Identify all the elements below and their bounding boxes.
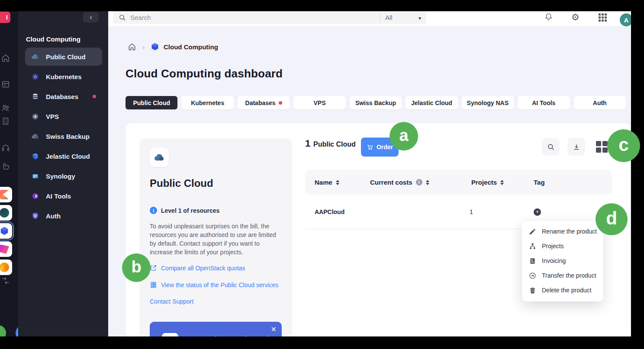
link-service-status[interactable]: View the status of the Public Cloud serv… <box>150 281 278 288</box>
building-icon[interactable] <box>1 116 10 126</box>
app-window: I <box>0 0 644 349</box>
menu-item-projects[interactable]: Projects <box>522 239 603 253</box>
app-kmail[interactable] <box>0 259 12 275</box>
link-contact-support[interactable]: Contact Support <box>150 298 193 305</box>
tab-kubernetes[interactable]: Kubernetes <box>181 96 233 109</box>
tab-synology-nas[interactable]: Synology NAS <box>462 96 514 109</box>
breadcrumb-current[interactable]: Cloud Computing <box>164 43 218 51</box>
sidebar-item-ai-tools[interactable]: AI Tools <box>25 187 102 205</box>
sort-icon <box>426 180 429 185</box>
column-current-costs[interactable]: Current costs <box>370 170 429 195</box>
sidebar-item-auth[interactable]: Auth <box>25 207 102 225</box>
column-name[interactable]: Name <box>315 170 339 195</box>
table-search-button[interactable] <box>542 138 560 156</box>
breadcrumb-home-icon[interactable] <box>128 42 136 51</box>
menu-item-rename[interactable]: Rename the product <box>522 224 603 239</box>
download-button[interactable] <box>567 138 585 156</box>
layout-grid-icon[interactable] <box>596 141 608 153</box>
product-count-label: Public Cloud <box>313 141 356 148</box>
kdrive-icon <box>0 208 9 218</box>
column-projects[interactable]: Projects <box>471 170 504 195</box>
tab-jelastic-cloud[interactable]: Jelastic Cloud <box>406 96 457 109</box>
annotation-a: a <box>390 122 418 150</box>
menu-item-delete[interactable]: Delete the product <box>522 283 603 298</box>
org-chart-icon <box>529 243 536 250</box>
search-input[interactable] <box>130 14 312 21</box>
invoice-icon: $ <box>529 257 536 265</box>
headset-icon[interactable] <box>1 143 10 153</box>
apps-grid-icon[interactable] <box>599 13 607 22</box>
breadcrumb-chevron-icon: › <box>142 43 145 51</box>
menu-item-transfer[interactable]: Transfer the product <box>522 268 603 283</box>
tab-auth[interactable]: Auth <box>574 96 626 109</box>
cloud-cube-icon <box>0 226 9 236</box>
jelastic-cloud-icon <box>31 152 39 160</box>
close-icon[interactable] <box>271 325 277 333</box>
ai-tools-icon <box>31 192 39 200</box>
product-count: 1 <box>305 138 310 149</box>
trash-icon <box>529 287 536 294</box>
status-list-icon <box>150 281 157 288</box>
switch-product-icon[interactable] <box>1 276 10 285</box>
global-search: All <box>113 11 426 24</box>
link-compare-quotas[interactable]: Compare all OpenStack quotas <box>150 264 245 272</box>
synology-icon <box>31 172 39 180</box>
vps-icon <box>31 112 39 121</box>
sidebar-item-databases[interactable]: Databases <box>25 87 102 106</box>
sidebar-item-kubernetes[interactable]: Kubernetes <box>25 67 102 86</box>
page-title: Cloud Computing dashboard <box>126 67 283 80</box>
databases-icon <box>31 93 39 101</box>
column-tag: Tag <box>534 170 545 195</box>
info-icon <box>150 207 157 214</box>
dashboard-card: Public Cloud Level 1 of resources To avo… <box>126 123 630 349</box>
settings-gear-icon[interactable] <box>571 13 580 22</box>
tab-vps[interactable]: VPS <box>293 96 345 109</box>
cloud-computing-cube-icon <box>151 42 159 51</box>
sidebar-item-synology[interactable]: Synology <box>25 167 102 185</box>
pencil-icon <box>529 228 536 235</box>
row-projects: 1 <box>470 195 473 229</box>
app-kchat[interactable] <box>0 241 12 257</box>
search-icon <box>547 143 555 151</box>
public-cloud-info-panel: Public Cloud Level 1 of resources To avo… <box>139 138 292 349</box>
sort-icon <box>336 180 339 185</box>
frame-top <box>0 0 644 11</box>
sidebar-title: Cloud Computing <box>26 35 80 43</box>
app-cloud-computing[interactable] <box>0 223 12 239</box>
sidebar-item-public-cloud[interactable]: Public Cloud <box>25 48 102 66</box>
download-icon <box>573 143 580 151</box>
app-kdrive[interactable] <box>0 205 12 221</box>
public-cloud-app-icon <box>150 148 169 167</box>
tab-public-cloud[interactable]: Public Cloud <box>126 96 177 109</box>
collapse-sidebar-button[interactable] <box>83 12 99 22</box>
sidebar-item-swiss-backup[interactable]: Swiss Backup <box>25 127 102 145</box>
breadcrumb: › Cloud Computing <box>128 42 218 51</box>
users-icon[interactable] <box>1 103 10 113</box>
tab-databases[interactable]: Databases <box>238 96 290 109</box>
menu-item-invoicing[interactable]: $ Invoicing <box>522 253 603 268</box>
search-icon <box>119 14 126 21</box>
notifications-bell-icon[interactable] <box>544 13 553 22</box>
row-context-menu: Rename the product Projects $ Invoicing <box>522 221 603 301</box>
annotation-b: b <box>122 253 151 282</box>
add-tag-icon[interactable] <box>534 208 541 216</box>
alert-dot <box>279 101 282 105</box>
app-ksuite[interactable] <box>0 187 12 202</box>
brand-logo[interactable]: I <box>0 12 10 23</box>
row-name[interactable]: AAPCloud <box>315 195 345 229</box>
tab-ai-tools[interactable]: AI Tools <box>518 96 570 109</box>
annotation-c: c <box>607 129 640 162</box>
gesture-icon[interactable] <box>1 162 10 171</box>
transfer-icon <box>529 272 536 279</box>
tab-swiss-backup[interactable]: Swiss Backup <box>350 96 402 109</box>
billing-icon[interactable] <box>1 80 10 89</box>
ksuite-icon <box>0 190 9 199</box>
sidebar-item-vps[interactable]: VPS <box>25 107 102 125</box>
main-content: › Cloud Computing Cloud Computing dashbo… <box>108 27 631 336</box>
sidebar-item-jelastic-cloud[interactable]: Jelastic Cloud <box>25 147 102 165</box>
info-icon[interactable] <box>416 179 422 186</box>
auth-icon <box>31 212 39 220</box>
home-icon[interactable] <box>1 53 10 63</box>
kubernetes-icon <box>31 73 39 81</box>
search-scope-dropdown[interactable]: All <box>380 12 426 23</box>
